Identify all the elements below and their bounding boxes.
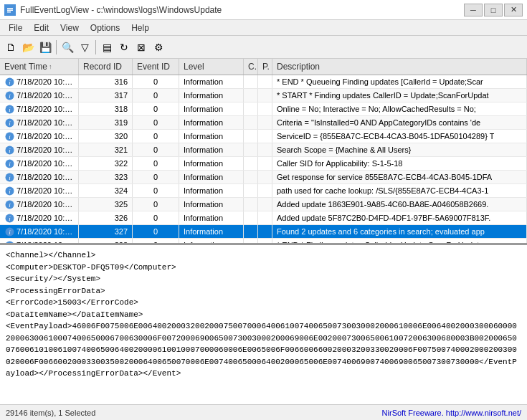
table-row[interactable]: i7/18/2020 10:27:...3230InformationGet r…	[0, 171, 527, 184]
window-controls: ─ □ ✕	[464, 4, 523, 16]
table-cell	[244, 211, 258, 224]
save-button[interactable]: 💾	[37, 39, 53, 55]
table-cell: 323	[79, 171, 133, 183]
refresh-button[interactable]: ↻	[116, 39, 132, 55]
cell-text: Information	[184, 173, 223, 181]
cell-text: 0	[153, 132, 158, 140]
table-cell	[258, 211, 272, 224]
title-bar: FullEventLogView - c:\windows\logs\Windo…	[0, 0, 527, 20]
table-cell	[258, 75, 272, 88]
cell-text: 0	[153, 241, 158, 243]
table-cell: 0	[133, 75, 179, 88]
cell-text: Caller SID for Applicability: S-1-5-18	[277, 159, 402, 168]
table-cell: i7/18/2020 10:27:...	[0, 198, 79, 211]
table-cell: path used for cache lookup: /SLS/{855E8A…	[272, 184, 527, 197]
menu-help[interactable]: Help	[125, 22, 155, 34]
toolbar-separator	[95, 40, 96, 54]
table-cell: Search Scope = {Machine & All Users}	[272, 143, 527, 156]
cell-text: 0	[153, 159, 158, 168]
minimize-button[interactable]: ─	[464, 4, 483, 16]
table-cell	[244, 225, 258, 238]
table-cell	[244, 184, 258, 197]
table-cell: 0	[133, 89, 179, 102]
table-row[interactable]: i7/18/2020 10:27:...3260InformationAdded…	[0, 211, 527, 225]
cell-text: 0	[153, 173, 158, 181]
cell-text: 0	[153, 105, 158, 113]
new-button[interactable]: 🗋	[3, 39, 19, 55]
cell-text: Information	[184, 186, 223, 195]
col-label-record-id: Record ID	[83, 62, 122, 72]
table-cell: 327	[79, 225, 133, 238]
col-header-level[interactable]: Level	[179, 59, 244, 75]
nirsoft-link[interactable]: NirSoft Freeware. http://www.nirsoft.net…	[382, 409, 521, 417]
info-icon: i	[4, 226, 14, 237]
menu-options[interactable]: Options	[85, 22, 125, 34]
sort-arrow-event-time: ↑	[49, 63, 52, 70]
filter-button[interactable]: ▽	[77, 39, 92, 55]
table-cell	[258, 130, 272, 143]
info-icon: i	[4, 77, 14, 87]
col-header-description[interactable]: Description	[272, 59, 527, 75]
table-row[interactable]: i7/18/2020 10:27:...3220InformationCalle…	[0, 157, 527, 171]
maximize-button[interactable]: □	[484, 4, 503, 16]
col-header-record-id[interactable]: Record ID	[79, 59, 133, 75]
table-row[interactable]: i7/18/2020 10:27:...3270InformationFound…	[0, 225, 527, 239]
find-button[interactable]: 🔍	[60, 39, 75, 55]
table-cell: 320	[79, 130, 133, 143]
col-header-p[interactable]: P.	[258, 59, 272, 75]
open-button[interactable]: 📂	[20, 39, 36, 55]
cell-text: 0	[153, 77, 158, 86]
table-row[interactable]: i7/18/2020 10:27:...3250InformationAdded…	[0, 198, 527, 211]
svg-rect-1	[7, 8, 13, 9]
col-header-event-id[interactable]: Event ID	[133, 59, 179, 75]
cell-text: 0	[153, 91, 158, 100]
menu-view[interactable]: View	[54, 22, 85, 34]
table-cell	[258, 184, 272, 197]
cell-text: 328	[115, 241, 128, 243]
cell-text: * START * Finding updates CallerID = Upd…	[277, 91, 489, 100]
table-cell	[244, 198, 258, 211]
table-row[interactable]: i7/18/2020 10:27:...3190InformationCrite…	[0, 116, 527, 130]
cell-text: * END * Queueing Finding updates [Caller…	[277, 77, 483, 86]
table-row[interactable]: i7/18/2020 10:27:...3280Information* END…	[0, 239, 527, 243]
col-header-event-time[interactable]: Event Time ↑	[0, 59, 79, 75]
columns-button[interactable]: ▤	[99, 39, 115, 55]
cell-text: 7/18/2020 10:27:...	[16, 173, 74, 181]
main-content: Event Time ↑ Record ID Event ID Level C.…	[0, 59, 527, 404]
cell-text: path used for cache lookup: /SLS/{855E8A…	[277, 186, 488, 195]
table-cell: i7/18/2020 10:27:...	[0, 116, 79, 129]
table-row[interactable]: i7/18/2020 10:27:...3210InformationSearc…	[0, 143, 527, 157]
col-header-c[interactable]: C.	[244, 59, 258, 75]
cell-text: Information	[184, 241, 223, 243]
table-cell: Information	[179, 225, 244, 238]
table-cell: Information	[179, 102, 244, 115]
table-row[interactable]: i7/18/2020 10:27:...3170Information* STA…	[0, 89, 527, 102]
cell-text: Information	[184, 227, 223, 236]
cell-text: 0	[153, 227, 158, 236]
table-row[interactable]: i7/18/2020 10:27:...3180InformationOnlin…	[0, 102, 527, 116]
menu-file[interactable]: File	[3, 22, 28, 34]
table-cell: * END * Queueing Finding updates [Caller…	[272, 75, 527, 88]
info-icon: i	[4, 104, 14, 114]
table-cell: 321	[79, 143, 133, 156]
menu-edit[interactable]: Edit	[28, 22, 54, 34]
table-cell: Added update 1863E901-9A85-4C60-BA8E-A04…	[272, 198, 527, 211]
table-cell: 0	[133, 143, 179, 156]
detail-area: <Channel></Channel> <Computer>DESKTOP-DF…	[0, 245, 527, 404]
table-cell: Information	[179, 184, 244, 197]
cell-text: 316	[115, 77, 128, 86]
table-cell: 0	[133, 211, 179, 224]
close-button[interactable]: ✕	[504, 4, 523, 16]
table-cell	[258, 239, 272, 243]
table-row[interactable]: i7/18/2020 10:27:...3240Informationpath …	[0, 184, 527, 198]
table-row[interactable]: i7/18/2020 10:27:...3200InformationServi…	[0, 130, 527, 143]
table-cell: ServiceID = {855E8A7C-ECB4-4CA3-B045-1DF…	[272, 130, 527, 143]
table-cell: i7/18/2020 10:27:...	[0, 89, 79, 102]
table-row[interactable]: i7/18/2020 10:27:...3160Information* END…	[0, 75, 527, 89]
stop-button[interactable]: ⊠	[133, 39, 149, 55]
cell-text: 7/18/2020 10:27:...	[16, 145, 74, 154]
table-cell	[258, 198, 272, 211]
cell-text: Added update 1863E901-9A85-4C60-BA8E-A04…	[277, 200, 488, 209]
cell-text: 0	[153, 186, 158, 195]
settings-button[interactable]: ⚙	[151, 39, 166, 55]
